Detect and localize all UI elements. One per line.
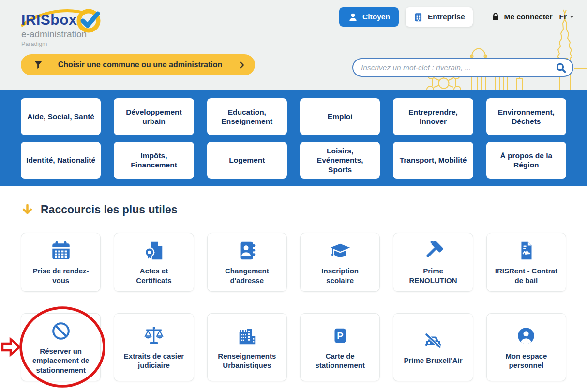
entreprise-button[interactable]: Entreprise [406,7,473,27]
search-icon [555,62,567,74]
shortcut-label: Actes et Certificats [117,266,190,285]
category-aide-social-sante[interactable]: Aide, Social, Santé [21,98,101,135]
shortcut-actes-et-certificats[interactable]: Actes et Certificats [114,233,194,292]
divider [482,8,482,26]
parking-letter: P [337,331,343,341]
language-label: Fr [559,13,567,21]
shortcut-renseignements-urbanistiques[interactable]: Renseignements Urbanistiques [207,313,287,381]
shortcut-prise-de-rendez-vous[interactable]: Prise de rendez-vous [21,233,101,292]
irisbox-logo[interactable]: IRISbox e-administration Paradigm [19,4,123,50]
shortcut-carte-de-stationnement[interactable]: P Carte de stationnement [300,313,380,381]
shortcut-changement-d-adresse[interactable]: Changement d'adresse [207,233,287,292]
category-education-enseignement[interactable]: Education, Enseignement [207,98,287,135]
choose-commune-label: Choisir une commune ou une administratio… [43,60,237,69]
category-a-propos-de-la-region[interactable]: À propos de la Région [486,142,566,179]
category-impots-financement[interactable]: Impôts, Financement [114,142,194,179]
shortcuts-section: Raccourcis les plus utiles [0,186,587,381]
shortcut-label: Inscription scolaire [303,266,376,285]
shortcut-label: Renseignements Urbanistiques [211,351,284,370]
shortcuts-heading: Raccourcis les plus utiles [21,201,566,218]
category-loisirs-evenements-sports[interactable]: Loisirs, Evénements, Sports [300,142,380,179]
logo-subtitle: e-administration [21,29,87,40]
arrow-down-icon [21,203,34,216]
shortcut-label: IRISRent - Contrat de bail [490,266,563,285]
chevron-right-icon [237,60,246,70]
citoyen-label: Citoyen [362,13,390,21]
choose-commune-button[interactable]: Choisir une commune ou une administratio… [21,54,255,75]
entreprise-label: Entreprise [428,13,465,21]
irisbox-portal-page: IRISbox e-administration Paradigm Citoye… [0,0,587,392]
filter-icon [33,60,43,70]
city-icon [236,325,258,347]
search-input[interactable] [361,63,555,72]
shortcut-prime-renolution[interactable]: Prime RENOLUTION [393,233,473,292]
parking-icon: P [329,325,351,347]
language-selector[interactable]: Fr [559,13,575,21]
ban-icon [50,320,72,342]
shortcut-irisrent-contrat-de-bail[interactable]: IRISRent - Contrat de bail [486,233,566,292]
shortcuts-grid: Prise de rendez-vous Actes et Certificat… [21,233,566,381]
certificate-icon [143,240,165,262]
user-circle-icon [515,325,537,347]
category-emploi[interactable]: Emploi [300,98,380,135]
scales-icon [143,325,165,347]
category-identite-nationalite[interactable]: Identité, Nationalité [21,142,101,179]
file-signature-icon [515,240,537,262]
shortcut-label: Extraits de casier judiciaire [117,351,190,370]
logo-title: IRISbox [21,12,77,28]
category-band: Aide, Social, Santé Développement urbain… [0,90,587,186]
category-environnement-dechets[interactable]: Environnement, Déchets [486,98,566,135]
shortcut-label: Carte de stationnement [303,351,376,370]
citoyen-button[interactable]: Citoyen [339,7,399,27]
logo-brand: Paradigm [21,41,47,47]
shortcut-label: Réserver un emplacement de stationnement [24,347,97,375]
category-developpement-urbain[interactable]: Développement urbain [114,98,194,135]
lock-icon [491,12,500,22]
shortcut-inscription-scolaire[interactable]: Inscription scolaire [300,233,380,292]
shortcut-label: Prise de rendez-vous [24,266,97,285]
shortcuts-title-text: Raccourcis les plus utiles [41,203,178,216]
shortcut-label: Prime RENOLUTION [396,266,469,285]
category-logement[interactable]: Logement [207,142,287,179]
category-entreprendre-innover[interactable]: Entreprendre, Innover [393,98,473,135]
login-link[interactable]: Me connecter [491,12,553,22]
hammer-icon [422,240,444,262]
category-transport-mobilite[interactable]: Transport, Mobilité [393,142,473,179]
calendar-icon [50,240,72,262]
address-book-icon [236,240,258,262]
search-bar [352,58,573,77]
shortcut-reserver-emplacement-stationnement[interactable]: Réserver un emplacement de stationnement [21,313,101,381]
person-icon [348,12,358,22]
search-button[interactable] [555,62,567,74]
shortcut-label: Mon espace personnel [490,351,563,370]
shortcut-label: Changement d'adresse [211,266,284,285]
header-controls: Citoyen Entreprise [339,7,574,27]
caret-down-icon [569,15,574,20]
car-slash-icon [422,329,444,351]
shortcut-prime-bruxell-air[interactable]: Prime Bruxell'Air [393,313,473,381]
login-label: Me connecter [504,13,553,21]
shortcut-mon-espace-personnel[interactable]: Mon espace personnel [486,313,566,381]
header: IRISbox e-administration Paradigm Citoye… [0,0,587,90]
graduation-cap-icon [329,240,351,262]
shortcut-extraits-casier-judiciaire[interactable]: Extraits de casier judiciaire [114,313,194,381]
shortcut-label: Prime Bruxell'Air [400,356,466,365]
building-icon [413,12,423,22]
